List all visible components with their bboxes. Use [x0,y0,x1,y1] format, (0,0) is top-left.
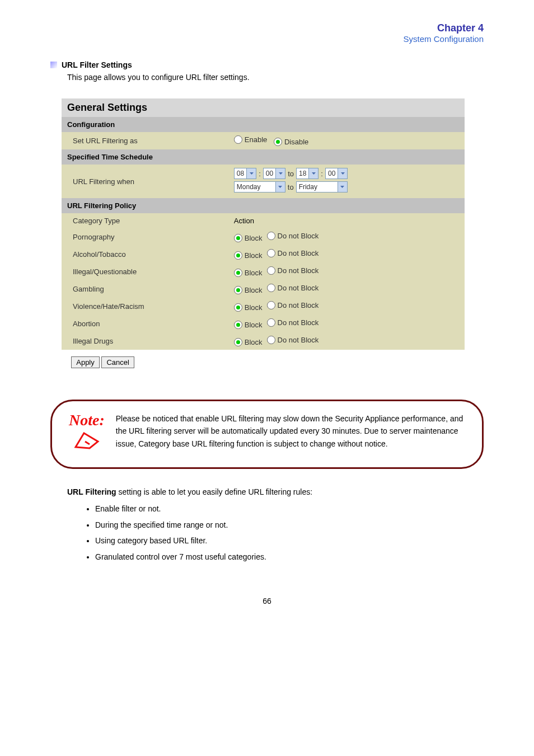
block-radio-label: Block [245,303,263,312]
notblock-radio-label: Do not Block [278,266,319,275]
notblock-radio[interactable]: Do not Block [267,318,319,327]
colon-sep: : [321,170,323,178]
notblock-radio[interactable]: Do not Block [267,249,319,257]
apply-button[interactable]: Apply [71,356,100,368]
block-radio[interactable]: Block [234,251,263,260]
notblock-radio[interactable]: Do not Block [267,284,319,292]
radio-icon [234,286,242,294]
bullet-item: Enable filter or not. [95,503,484,515]
category-label: Illegal Drugs [62,332,228,350]
block-radio-label: Block [245,269,263,277]
policy-row: AbortionBlockDo not Block [62,315,465,332]
colon-sep: : [259,170,261,178]
set-url-filtering-label: Set URL Filtering as [62,132,228,149]
category-label: Gambling [62,280,228,298]
url-filtering-when-value: 08 : 00 to 18 : 00 Monday to Friday [228,165,465,198]
bullet-item: During the specified time range or not. [95,519,484,531]
to-min-select[interactable]: 00 [325,168,348,179]
cancel-button[interactable]: Cancel [101,356,134,368]
radio-icon [267,232,275,240]
block-radio-label: Block [245,338,263,346]
notblock-radio[interactable]: Do not Block [267,301,319,309]
category-action: BlockDo not Block [228,280,465,298]
notblock-radio-label: Do not Block [278,336,319,344]
block-radio-label: Block [245,234,263,242]
policy-row: Illegal DrugsBlockDo not Block [62,332,465,350]
block-radio[interactable]: Block [234,234,263,242]
category-action: BlockDo not Block [228,332,465,350]
from-hour-select[interactable]: 08 [234,168,256,179]
note-box: Note: Please be noticed that enable URL … [50,400,484,469]
category-label: Abortion [62,315,228,332]
category-action: BlockDo not Block [228,246,465,263]
note-text: Please be noticed that enable URL filter… [116,412,465,450]
below-bold: URL Filtering [67,487,116,496]
notblock-radio[interactable]: Do not Block [267,232,319,240]
notblock-radio-label: Do not Block [278,301,319,309]
set-url-filtering-value: Enable Disable [228,132,465,149]
category-action: BlockDo not Block [228,228,465,246]
svg-marker-0 [250,172,254,175]
section-policy: URL Filtering Policy [62,198,465,213]
category-label: Violence/Hate/Racism [62,298,228,315]
block-radio[interactable]: Block [234,303,263,312]
chevron-down-icon [275,168,285,179]
page-number: 66 [50,597,484,605]
category-label: Illegal/Questionable [62,263,228,280]
chevron-down-icon [338,168,347,179]
radio-icon [234,234,242,242]
block-radio[interactable]: Block [234,269,263,277]
from-day-select[interactable]: Monday [234,181,285,192]
to-day-select[interactable]: Friday [296,181,348,192]
block-radio[interactable]: Block [234,338,263,346]
disable-radio[interactable]: Disable [274,138,308,146]
to-hour-select[interactable]: 18 [296,168,318,179]
block-radio[interactable]: Block [234,286,263,294]
col-action: Action [228,213,465,228]
radio-icon [267,318,275,327]
notblock-radio[interactable]: Do not Block [267,266,319,275]
radio-icon [234,251,242,260]
policy-row: PornographyBlockDo not Block [62,228,465,246]
radio-icon [267,266,275,275]
panel-title: General Settings [62,98,465,117]
section-configuration: Configuration [62,117,465,132]
policy-row: Alcohol/TobaccoBlockDo not Block [62,246,465,263]
category-label: Alcohol/Tobacco [62,246,228,263]
bullet-item: Granulated control over 7 most useful ca… [95,551,484,563]
category-label: Pornography [62,228,228,246]
block-radio-label: Block [245,321,263,329]
enable-radio[interactable]: Enable [234,135,267,144]
notblock-radio-label: Do not Block [278,249,319,257]
category-action: BlockDo not Block [228,315,465,332]
col-category: Category Type [62,213,228,228]
radio-icon [267,301,275,309]
category-action: BlockDo not Block [228,263,465,280]
block-radio[interactable]: Block [234,321,263,329]
note-prefix: Note: [69,411,105,429]
disable-radio-label: Disable [284,138,308,146]
policy-row: Illegal/QuestionableBlockDo not Block [62,263,465,280]
radio-icon [234,338,242,346]
chevron-down-icon [275,182,285,192]
chapter-title: Chapter 4 [50,22,484,34]
notblock-radio-label: Do not Block [278,232,319,240]
radio-icon [267,284,275,292]
svg-marker-4 [278,186,282,188]
notblock-radio[interactable]: Do not Block [267,336,319,344]
subsection-row: URL Filter Settings [50,60,484,69]
from-min-select[interactable]: 00 [263,168,285,179]
to-sep: to [288,183,294,191]
subsection-intro: This page allows you to configure URL fi… [67,73,484,82]
chevron-down-icon [308,168,318,179]
radio-icon [234,303,242,312]
category-action: BlockDo not Block [228,298,465,315]
bullet-item: Using category based URL filter. [95,534,484,547]
notblock-radio-label: Do not Block [278,318,319,327]
policy-row: Violence/Hate/RacismBlockDo not Block [62,298,465,315]
chevron-down-icon [246,168,256,179]
enable-radio-label: Enable [245,135,267,144]
subsection-title: URL Filter Settings [62,60,132,69]
to-sep: to [288,170,294,178]
url-filtering-when-label: URL Filtering when [62,165,228,198]
